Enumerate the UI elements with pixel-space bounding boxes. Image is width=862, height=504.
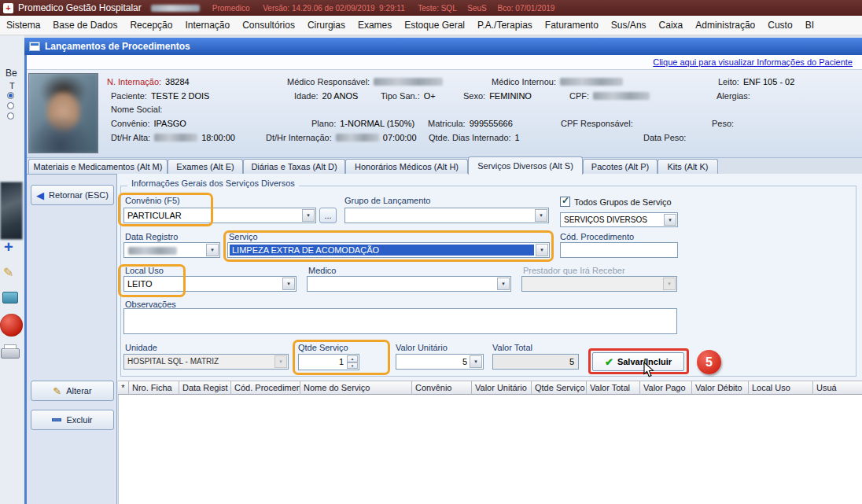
tab-servicos-diversos[interactable]: Serviços Diversos (Alt S) [468, 156, 583, 175]
dropdown-arrow-icon[interactable]: ▾ [206, 244, 219, 256]
convenio-label: Convênio (F5) [125, 196, 180, 205]
grupo-servico-select[interactable]: SERVIÇOS DIVERSOS ▾ [560, 212, 678, 227]
menu-sus-ans[interactable]: Sus/Ans [605, 20, 653, 31]
field-label: CPF Responsável: [561, 119, 633, 128]
radio-button[interactable] [7, 112, 14, 120]
dropdown-arrow-icon[interactable]: ▾ [470, 355, 482, 368]
pencil-icon[interactable]: ✎ [3, 265, 13, 280]
cod-procedimento-input[interactable] [560, 242, 678, 258]
tab-diarias-taxas[interactable]: Diárias e Taxas (Alt D) [243, 159, 345, 174]
grid-col-nro-ficha[interactable]: Nro. Ficha [129, 381, 179, 395]
record-icon[interactable] [0, 314, 23, 337]
spinner-up-icon[interactable]: ▴ [347, 355, 358, 362]
medico-select[interactable]: ▾ [307, 276, 511, 292]
grupo-lancamento-select[interactable]: ▾ [344, 208, 549, 223]
menu-bi[interactable]: BI [799, 20, 820, 31]
tab-pacotes[interactable]: Pacotes (Alt P) [583, 159, 658, 174]
tab-materiais-medicamentos[interactable]: Materiais e Medicamentos (Alt M) [28, 159, 168, 174]
grid-col-cod-procedimento[interactable]: Cód. Procediment [231, 381, 300, 395]
qtde-servico-label: Qtde Serviço [298, 343, 348, 352]
excluir-button[interactable]: Excluir [31, 410, 114, 430]
menu-caixa[interactable]: Caixa [653, 20, 690, 31]
field-value: TESTE 2 DOIS [151, 91, 210, 101]
convenio-browse-button[interactable]: ... [319, 208, 337, 223]
grid-col-valor-unitario[interactable]: Valor Unitário [472, 381, 532, 395]
data-registro-select[interactable]: ▾ [123, 242, 220, 258]
plus-icon[interactable]: + [4, 238, 13, 256]
grid-col-data-regist[interactable]: Data Regist [179, 381, 231, 395]
tab-exames[interactable]: Exames (Alt E) [168, 159, 243, 174]
field-label: N. Internação: [107, 77, 161, 86]
cod-procedimento-label: Cód. Procedimento [560, 232, 634, 241]
salvar-incluir-button[interactable]: ✔ Salvar/Incluir [592, 352, 684, 371]
menu-pa-terapias[interactable]: P.A./Terapias [471, 20, 539, 31]
prestador-label: Prestador que Irá Receber [523, 266, 625, 275]
field-value: 07:00:00 [383, 133, 417, 142]
grid-col-usuario[interactable]: Usuá [813, 381, 862, 395]
valor-unitario-label: Valor Unitário [396, 343, 448, 352]
dropdown-arrow-icon[interactable]: ▾ [535, 209, 547, 222]
spinner-buttons[interactable]: ▴ ▾ [347, 355, 358, 369]
field-medico-internou: Médico Internou: [492, 77, 623, 86]
back-arrow-icon: ◀ [36, 190, 44, 200]
printer-icon[interactable] [1, 348, 20, 359]
background-toolbar-icon[interactable] [2, 292, 18, 304]
dropdown-arrow-icon[interactable]: ▾ [282, 278, 295, 290]
menu-cirurgias[interactable]: Cirurgias [301, 20, 352, 31]
spinner-down-icon[interactable]: ▾ [347, 362, 358, 370]
grid-col-qtde-servico[interactable]: Qtde Serviço [532, 381, 587, 395]
field-tipo-sanguineo: Tipo San.: O+ [381, 91, 436, 101]
local-uso-select[interactable]: LEITO ▾ [123, 276, 297, 292]
menu-exames[interactable]: Exames [352, 20, 398, 31]
menu-estoque-geral[interactable]: Estoque Geral [398, 20, 471, 31]
tab-honorarios-medicos[interactable]: Honorários Médicos (Alt H) [345, 159, 468, 174]
qtde-servico-stepper[interactable]: 1 ▴ ▾ [298, 354, 359, 370]
dropdown-arrow-icon[interactable]: ▾ [536, 244, 548, 256]
patient-info-link[interactable]: Clique aqui para visualizar Informações … [653, 57, 853, 67]
background-photo [0, 182, 23, 240]
menu-internacao[interactable]: Internação [179, 20, 236, 31]
todos-grupos-checkbox[interactable]: ✓ [560, 197, 570, 207]
tab-kits[interactable]: Kits (Alt K) [658, 159, 718, 174]
menu-sistema[interactable]: Sistema [0, 20, 46, 31]
servico-select[interactable]: LIMPEZA EXTRA DE ACOMODAÇÃO ▾ [227, 242, 550, 258]
field-nome-social: Nome Social: [111, 105, 162, 114]
servico-value: LIMPEZA EXTRA DE ACOMODAÇÃO [230, 245, 534, 256]
radio-button[interactable] [7, 92, 14, 99]
grid-col-nome-servico[interactable]: Nome do Serviço [300, 381, 412, 395]
grid-col-valor-pago[interactable]: Valor Pago [640, 381, 692, 395]
check-icon: ✔ [605, 357, 613, 367]
dropdown-arrow-icon[interactable]: ▾ [497, 278, 510, 290]
field-cpf-responsavel: CPF Responsável: [561, 119, 633, 128]
alterar-button[interactable]: ✎ Alterar [31, 381, 114, 401]
menu-base-de-dados[interactable]: Base de Dados [46, 20, 123, 31]
dropdown-arrow-icon[interactable]: ▾ [302, 209, 315, 222]
dropdown-arrow-icon[interactable]: ▾ [274, 355, 287, 368]
grid-body[interactable] [118, 395, 862, 504]
unidade-label: Unidade [125, 343, 157, 352]
valor-unitario-select[interactable]: 5 ▾ [396, 354, 484, 370]
field-leito: Leito: ENF 105 - 02 [718, 77, 794, 86]
observacoes-input[interactable] [123, 308, 677, 334]
grid-col-local-uso[interactable]: Local Uso [749, 381, 813, 395]
convenio-select[interactable]: PARTICULAR ▾ [123, 208, 316, 223]
field-dt-hr-internacao: Dt/Hr Internação: 07:00:00 [266, 133, 417, 142]
grid-col-convenio[interactable]: Convênio [412, 381, 472, 395]
unidade-select[interactable]: HOSPITAL SQL - MATRIZ ▾ [123, 354, 289, 370]
field-n-internacao: N. Internação: 38284 [107, 77, 190, 86]
menu-administracao[interactable]: Administração [689, 20, 761, 31]
grid-col-valor-debito[interactable]: Valor Débito [692, 381, 749, 395]
dropdown-arrow-icon[interactable]: ▾ [664, 214, 676, 226]
field-label: Dt/Hr Internação: [266, 133, 332, 142]
todos-grupos-label[interactable]: Todos Grupos de Serviço [574, 197, 672, 207]
field-value: 18:00:00 [201, 133, 235, 142]
grid-col-valor-total[interactable]: Valor Total [587, 381, 640, 395]
menu-custo[interactable]: Custo [761, 20, 798, 31]
redacted-value [374, 78, 443, 86]
menu-faturamento[interactable]: Faturamento [539, 20, 605, 31]
menu-recepcao[interactable]: Recepção [123, 20, 179, 31]
menu-consultorios[interactable]: Consultórios [236, 20, 301, 31]
field-matricula: Matricula: 999555666 [428, 119, 513, 128]
radio-button[interactable] [7, 102, 14, 109]
retornar-button[interactable]: ◀ Retornar (ESC) [31, 185, 114, 205]
